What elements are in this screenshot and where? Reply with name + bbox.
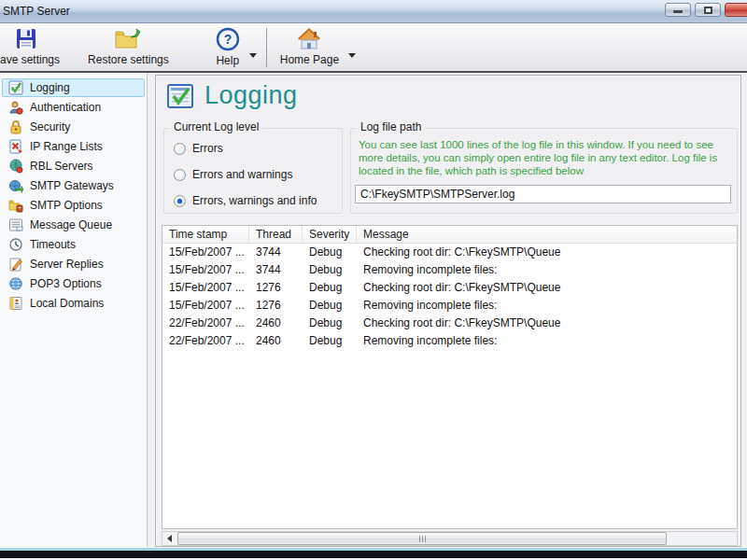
thumb-grip — [419, 536, 420, 542]
cell-thread: 3744 — [249, 244, 303, 261]
sidebar-item-label: Security — [30, 120, 70, 133]
server-replies-icon — [8, 257, 23, 272]
rbl-servers-icon — [8, 159, 23, 174]
table-row[interactable]: 22/Feb/2007 ... 2460 Debug Removing inco… — [162, 332, 737, 350]
cell-severity: Debug — [303, 315, 357, 332]
log-level-group-label: Current Log level — [170, 120, 262, 133]
pop3-options-icon — [8, 276, 23, 291]
sidebar-item-label: RBL Servers — [30, 160, 93, 173]
window-title: SMTP Server — [0, 5, 70, 18]
sidebar-item-message-queue[interactable]: Message Queue — [2, 216, 145, 234]
home-page-button[interactable]: Home Page — [275, 25, 345, 70]
sidebar-item-ip-range-lists[interactable]: IP Range Lists — [2, 137, 145, 156]
log-file-description: You can see last 1000 lines of the log f… — [359, 138, 733, 177]
column-header-timestamp[interactable]: Time stamp — [162, 226, 249, 243]
scrollbar-thumb[interactable] — [177, 532, 667, 545]
titlebar[interactable]: SMTP Server — [0, 0, 747, 23]
close-button[interactable] — [725, 3, 747, 17]
sidebar-item-rbl-servers[interactable]: RBL Servers — [2, 157, 145, 175]
cell-timestamp: 15/Feb/2007 ... — [162, 297, 249, 315]
smtp-gateways-icon — [8, 178, 23, 193]
sidebar-item-label: Timeouts — [30, 238, 76, 251]
cell-severity: Debug — [303, 261, 357, 279]
sidebar-item-smtp-gateways[interactable]: SMTP Gateways — [2, 176, 145, 195]
content-area: Logging Authentication Security — [0, 73, 747, 547]
cell-thread: 3744 — [249, 261, 303, 279]
restore-settings-label: Restore settings — [88, 53, 169, 66]
radio-errors-warnings-label: Errors and warnings — [192, 168, 292, 181]
sidebar-item-server-replies[interactable]: Server Replies — [2, 255, 145, 273]
minimize-button[interactable] — [665, 3, 691, 17]
local-domains-icon — [8, 296, 23, 311]
cell-message: Removing incomplete files: — [357, 297, 737, 315]
radio-errors-warnings-info[interactable]: Errors, warnings and info — [174, 194, 317, 207]
log-file-path-input[interactable] — [355, 185, 731, 203]
sidebar-item-label: Authentication — [30, 101, 101, 114]
sidebar-item-authentication[interactable]: Authentication — [2, 98, 145, 117]
sidebar-item-smtp-options[interactable]: SMTP Options — [2, 196, 145, 215]
column-header-thread[interactable]: Thread — [249, 226, 303, 243]
sidebar-item-timeouts[interactable]: Timeouts — [2, 235, 145, 254]
sidebar-item-label: Server Replies — [30, 258, 104, 271]
timeouts-icon — [8, 237, 23, 252]
log-file-path-group: Log file path You can see last 1000 line… — [350, 128, 738, 214]
cell-message: Checking root dir: C:\FkeySMTP\Queue — [357, 279, 737, 297]
maximize-icon — [704, 7, 712, 14]
radio-errors-warnings[interactable]: Errors and warnings — [174, 168, 292, 181]
help-button[interactable]: ? Help — [210, 25, 246, 70]
sidebar-item-local-domains[interactable]: Local Domains — [2, 294, 145, 313]
cell-severity: Debug — [303, 279, 357, 297]
sidebar-item-label: Logging — [30, 81, 70, 94]
horizontal-scrollbar[interactable] — [162, 531, 738, 546]
log-file-path-group-label: Log file path — [357, 120, 425, 133]
thumb-grip — [425, 536, 426, 542]
home-page-dropdown-arrow[interactable] — [348, 53, 356, 58]
radio-errors[interactable]: Errors — [174, 142, 223, 155]
cell-timestamp: 15/Feb/2007 ... — [162, 261, 249, 279]
cell-timestamp: 22/Feb/2007 ... — [162, 332, 249, 350]
table-row[interactable]: 15/Feb/2007 ... 1276 Debug Removing inco… — [162, 297, 737, 315]
save-settings-button[interactable]: Save settings — [0, 25, 65, 70]
table-row[interactable]: 22/Feb/2007 ... 2460 Debug Checking root… — [162, 315, 737, 332]
table-row[interactable]: 15/Feb/2007 ... 1276 Debug Checking root… — [162, 279, 737, 297]
frame-dark-edge — [0, 551, 747, 558]
sidebar-item-security[interactable]: Security — [2, 118, 145, 136]
radio-errors-circle[interactable] — [174, 143, 186, 155]
home-icon — [296, 28, 322, 50]
cell-thread: 1276 — [249, 297, 303, 315]
sidebar-item-logging[interactable]: Logging — [2, 78, 145, 97]
table-row[interactable]: 15/Feb/2007 ... 3744 Debug Removing inco… — [162, 261, 737, 279]
window-bottom-frame — [0, 547, 747, 558]
column-header-message[interactable]: Message — [357, 226, 737, 243]
cell-message: Removing incomplete files: — [357, 261, 737, 279]
radio-errors-warnings-circle[interactable] — [174, 169, 186, 181]
help-label: Help — [216, 54, 239, 67]
svg-text:?: ? — [223, 32, 232, 47]
page-heading: Logging — [167, 81, 298, 110]
cell-message: Checking root dir: C:\FkeySMTP\Queue — [357, 315, 737, 332]
sidebar-item-label: SMTP Options — [30, 199, 103, 212]
maximize-button[interactable] — [695, 3, 721, 17]
smtp-options-icon — [8, 198, 23, 213]
minimize-icon — [673, 10, 683, 13]
table-row[interactable]: 15/Feb/2007 ... 3744 Debug Checking root… — [162, 244, 737, 261]
cell-thread: 2460 — [249, 315, 303, 332]
scroll-left-button[interactable] — [162, 532, 176, 545]
cell-severity: Debug — [303, 297, 357, 315]
sidebar-item-label: Local Domains — [30, 297, 104, 310]
logging-panel: Logging Current Log level Errors Errors … — [155, 75, 741, 547]
window-controls — [665, 3, 747, 17]
log-level-group: Current Log level Errors Errors and warn… — [163, 128, 343, 214]
logging-icon — [8, 80, 23, 95]
toolbar-separator — [266, 28, 267, 67]
restore-icon — [114, 28, 142, 50]
column-header-severity[interactable]: Severity — [303, 226, 357, 243]
help-dropdown-arrow[interactable] — [249, 53, 257, 58]
cell-message: Checking root dir: C:\FkeySMTP\Queue — [357, 244, 737, 261]
restore-settings-button[interactable]: Restore settings — [82, 25, 175, 70]
log-table[interactable]: Time stamp Thread Severity Message 15/Fe… — [162, 225, 738, 529]
cell-timestamp: 15/Feb/2007 ... — [162, 279, 249, 297]
cell-timestamp: 15/Feb/2007 ... — [162, 244, 249, 261]
radio-errors-warnings-info-circle[interactable] — [174, 195, 186, 207]
sidebar-item-pop3-options[interactable]: POP3 Options — [2, 274, 145, 293]
